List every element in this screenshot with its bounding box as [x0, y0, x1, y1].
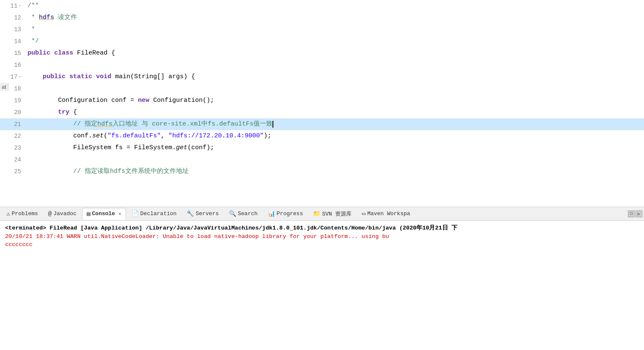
console-close-icon[interactable]: ✕	[118, 211, 121, 216]
tab-search-label: Search	[238, 211, 258, 217]
line-content-17: public static void main(String[] args) {	[25, 71, 195, 83]
collapse-btn-17[interactable]: −	[18, 71, 21, 83]
tab-problems-label: Problems	[11, 211, 38, 217]
line-number-18: 18	[0, 83, 25, 95]
tab-progress-label: Progress	[277, 211, 303, 217]
line-content-21: // 指定hdfs入口地址 与 core-site.xml中fs.default…	[25, 118, 273, 130]
tab-servers[interactable]: 🔧 Servers	[182, 208, 223, 220]
console-content: <terminated> FileRead [Java Application]…	[0, 221, 644, 350]
console-output: cccccccc	[5, 241, 639, 248]
line-content-19: Configuration conf = new Configuration()…	[25, 95, 214, 107]
line-content-14: */	[25, 36, 39, 47]
code-line: 11− /**	[0, 0, 644, 12]
code-line: 24	[0, 154, 644, 166]
tab-servers-label: Servers	[195, 211, 219, 217]
tab-javadoc[interactable]: @ Javadoc	[44, 208, 81, 220]
javadoc-icon: @	[48, 211, 52, 217]
line-content-15: public class FileRead {	[25, 47, 115, 59]
line-content-23: FileSystem fs = FileSystem.get(conf);	[25, 142, 214, 154]
line-content-11: /**	[25, 0, 39, 12]
line-content-22: conf.set("fs.defaultFs", "hdfs://172.20.…	[25, 130, 271, 142]
servers-icon: 🔧	[187, 210, 194, 217]
tab-progress[interactable]: 📊 Progress	[263, 208, 308, 220]
tab-svn[interactable]: 📁 SVN 资源库	[308, 208, 356, 220]
code-lines: 11− /** 12 * hdfs 读文件 13 * 14 */ 15 publ…	[0, 0, 644, 178]
tab-svn-label: SVN 资源库	[322, 210, 352, 218]
code-line: 12 * hdfs 读文件	[0, 12, 644, 24]
declaration-icon: 📄	[132, 210, 139, 217]
code-line: 18	[0, 83, 644, 95]
code-line: 16	[0, 59, 644, 71]
tab-declaration[interactable]: 📄 Declaration	[127, 208, 182, 220]
line-number-17: 17−	[0, 71, 25, 83]
line-content-20: try {	[25, 107, 77, 118]
console-header: <terminated> FileRead [Java Application]…	[5, 224, 639, 232]
line-number-14: 14	[0, 36, 25, 47]
line-content-25: // 指定读取hdfs文件系统中的文件地址	[25, 166, 189, 178]
tab-maven-label: Maven Workspa	[367, 211, 410, 217]
svn-icon: 📁	[313, 210, 320, 217]
line-number-12: 12	[0, 12, 25, 24]
line-content-12: * hdfs 读文件	[25, 12, 77, 24]
line-number-19: 19	[0, 95, 25, 107]
line-number-22: 22	[0, 130, 25, 142]
code-line: 13 *	[0, 24, 644, 36]
code-line: 14 */	[0, 36, 644, 47]
line-content-24	[25, 154, 28, 166]
line-content-16	[25, 59, 28, 71]
line-content-18	[25, 83, 28, 95]
line-number-21: 21	[0, 118, 25, 130]
problems-icon: ⚠	[6, 210, 10, 217]
search-icon: 🔍	[229, 210, 236, 217]
minimize-panel-button[interactable]: □	[628, 211, 635, 217]
code-line: 15 public class FileRead {	[0, 47, 644, 59]
line-number-13: 13	[0, 24, 25, 36]
tab-javadoc-label: Javadoc	[53, 211, 77, 217]
line-number-15: 15	[0, 47, 25, 59]
code-line: 23 FileSystem fs = FileSystem.get(conf);	[0, 142, 644, 154]
code-line: 17− public static void main(String[] arg…	[0, 71, 644, 83]
console-warn: 20/10/21 18:37:41 WARN util.NativeCodeLo…	[5, 233, 639, 240]
tab-declaration-label: Declaration	[140, 211, 177, 217]
tab-console[interactable]: ▤ Console ✕	[82, 208, 126, 220]
code-line-21: 21 // 指定hdfs入口地址 与 core-site.xml中fs.defa…	[0, 118, 644, 130]
code-line: 20 try {	[0, 107, 644, 118]
bottom-panel: ⚠ Problems @ Javadoc ▤ Console ✕ 📄 Decla…	[0, 207, 644, 350]
code-line: 22 conf.set("fs.defaultFs", "hdfs://172.…	[0, 130, 644, 142]
line-number-25: 25	[0, 166, 25, 178]
line-number-24: 24	[0, 154, 25, 166]
line-number-20: 20	[0, 107, 25, 118]
line-number-11: 11−	[0, 0, 25, 12]
panel-controls: □ ▷	[628, 211, 642, 217]
code-editor: at 11− /** 12 * hdfs 读文件 13 * 14 */ 15	[0, 0, 644, 207]
expand-panel-button[interactable]: ▷	[636, 211, 642, 217]
tab-problems[interactable]: ⚠ Problems	[2, 208, 43, 220]
line-number-23: 23	[0, 142, 25, 154]
tab-search[interactable]: 🔍 Search	[224, 208, 262, 220]
line-number-16: 16	[0, 59, 25, 71]
tab-bar: ⚠ Problems @ Javadoc ▤ Console ✕ 📄 Decla…	[0, 207, 644, 221]
collapse-btn-11[interactable]: −	[18, 0, 21, 12]
code-line: 19 Configuration conf = new Configuratio…	[0, 95, 644, 107]
line-content-13: *	[25, 24, 35, 36]
console-icon: ▤	[87, 210, 90, 217]
code-line: 25 // 指定读取hdfs文件系统中的文件地址	[0, 166, 644, 178]
tab-maven[interactable]: ▭ Maven Workspa	[357, 208, 415, 220]
tab-console-label: Console	[92, 211, 115, 217]
maven-icon: ▭	[362, 210, 365, 217]
progress-icon: 📊	[268, 210, 275, 217]
